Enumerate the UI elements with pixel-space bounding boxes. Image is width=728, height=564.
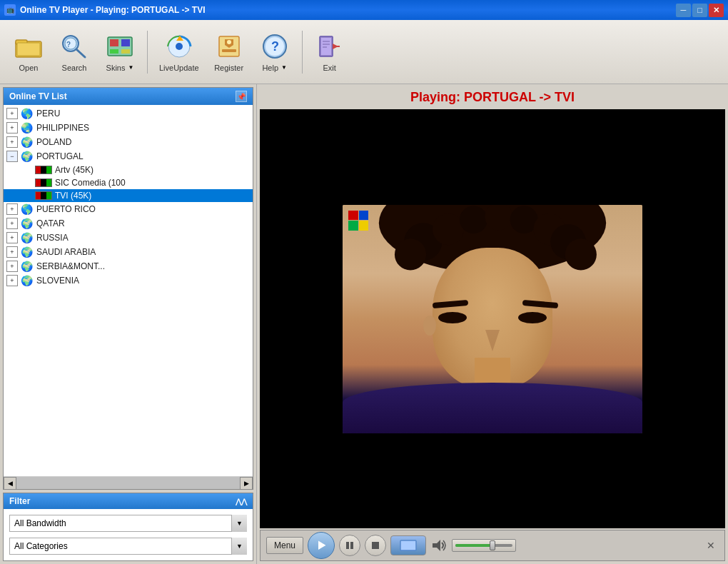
liveupdate-button[interactable]: LiveUpdate	[153, 26, 205, 78]
controls-bar: Menu	[260, 530, 725, 561]
category-filter[interactable]: All Categories News Entertainment Sports…	[9, 538, 247, 555]
minimize-button[interactable]: ─	[676, 4, 691, 17]
filter-header: Filter ⋀⋀	[4, 493, 253, 509]
maximize-button[interactable]: □	[692, 4, 707, 17]
svg-rect-9	[121, 39, 130, 46]
window-title: Online TV Player - Playing: PORTUGAL -> …	[20, 5, 676, 15]
volume-icon[interactable]	[430, 537, 448, 554]
list-item[interactable]: + 🌍 SERBIA&MONT...	[4, 259, 253, 273]
horizontal-scrollbar[interactable]: ◀ ▶	[4, 476, 253, 489]
list-item[interactable]: + 🌏 PHILIPPINES	[4, 121, 253, 135]
close-button[interactable]: ✕	[709, 4, 724, 17]
country-flag: 🌎	[19, 204, 34, 214]
category-filter-wrap: All Categories News Entertainment Sports…	[9, 538, 247, 555]
svg-rect-27	[334, 46, 340, 47]
folder-icon	[14, 32, 43, 61]
overlay-q4	[359, 221, 369, 231]
exit-icon	[315, 32, 344, 61]
svg-rect-43	[400, 540, 416, 550]
svg-marker-38	[318, 541, 325, 550]
stop-button[interactable]	[365, 535, 386, 556]
skins-button[interactable]: Skins ▼	[98, 26, 141, 78]
expand-icon[interactable]: +	[6, 232, 18, 243]
pin-button[interactable]: 📌	[236, 91, 247, 102]
country-name: PUERTO RICO	[36, 204, 96, 214]
search-button[interactable]: ? Search	[53, 26, 96, 78]
country-flag: 🌍	[19, 261, 34, 271]
country-flag: 🌍	[19, 218, 34, 228]
country-name: PHILIPPINES	[36, 123, 89, 133]
country-name: RUSSIA	[36, 233, 69, 243]
filter-collapse-button[interactable]: ⋀⋀	[236, 498, 247, 505]
list-item[interactable]: − 🌍 PORTUGAL	[4, 149, 253, 163]
expand-icon[interactable]: +	[6, 136, 18, 148]
list-item[interactable]: + 🌍 SLOVENIA	[4, 273, 253, 288]
bandwidth-filter[interactable]: All Bandwidth 28K 45K 100K 200K+	[9, 515, 247, 532]
help-button[interactable]: ? Help ▼	[253, 26, 296, 78]
register-button[interactable]: Register	[208, 26, 251, 78]
pause-button[interactable]	[339, 535, 360, 556]
expand-icon[interactable]: +	[6, 122, 18, 134]
filter-panel: Filter ⋀⋀ All Bandwidth 28K 45K 100K 200…	[3, 493, 253, 561]
volume-slider[interactable]	[452, 539, 516, 552]
svg-rect-25	[323, 46, 327, 48]
window-controls: ─ □ ✕	[676, 4, 724, 17]
overlay-q2	[359, 211, 369, 221]
title-bar: 📺 Online TV Player - Playing: PORTUGAL -…	[0, 0, 728, 20]
expand-icon[interactable]: +	[6, 275, 18, 286]
country-name: SERBIA&MONT...	[36, 261, 105, 271]
svg-marker-44	[433, 540, 440, 551]
left-panel: Online TV List 📌 + 🌎 PERU + 🌏 PHILIPPINE…	[0, 84, 257, 564]
list-item[interactable]: + 🌍 SAUDI ARABIA	[4, 245, 253, 259]
svg-rect-10	[110, 49, 118, 54]
fullscreen-button[interactable]	[390, 535, 426, 555]
video-frame	[343, 205, 642, 433]
now-playing-label: Playing: PORTUGAL -> TVI	[260, 87, 725, 109]
expand-icon[interactable]: +	[6, 246, 18, 258]
country-name: QATAR	[36, 218, 65, 228]
help-label: Help	[262, 64, 278, 72]
list-item[interactable]: + 🌎 PERU	[4, 106, 253, 121]
channel-name: TVI (45K)	[55, 191, 91, 201]
skins-label: Skins	[106, 64, 126, 72]
country-flag: 🌍	[19, 247, 34, 257]
country-flag: 🌍	[19, 151, 34, 161]
filter-title: Filter	[9, 496, 30, 506]
scroll-left-button[interactable]: ◀	[4, 477, 16, 490]
svg-point-37	[565, 238, 597, 270]
scroll-track[interactable]	[16, 477, 240, 489]
country-name: SLOVENIA	[36, 276, 79, 286]
channel-icon	[35, 178, 52, 187]
list-item[interactable]: TVI (45K)	[4, 189, 253, 202]
list-item[interactable]: + 🌎 PUERTO RICO	[4, 202, 253, 216]
list-item[interactable]: + 🌍 POLAND	[4, 135, 253, 149]
list-item[interactable]: SIC Comedia (100	[4, 176, 253, 189]
volume-thumb[interactable]	[490, 540, 495, 550]
expand-icon[interactable]: +	[6, 261, 18, 272]
play-button[interactable]	[308, 532, 335, 559]
open-button[interactable]: Open	[7, 26, 50, 78]
expand-icon[interactable]: −	[6, 151, 18, 162]
list-item[interactable]: + 🌍 QATAR	[4, 216, 253, 231]
exit-button[interactable]: Exit	[308, 26, 351, 78]
expand-icon[interactable]: +	[6, 203, 18, 215]
player-close-button[interactable]: ✕	[703, 538, 719, 553]
scroll-right-button[interactable]: ▶	[240, 477, 253, 490]
bandwidth-filter-wrap: All Bandwidth 28K 45K 100K 200K+ ▼	[9, 515, 247, 532]
overlay-q1	[348, 211, 358, 221]
country-name: SAUDI ARABIA	[36, 247, 96, 257]
country-flag: 🌍	[19, 233, 34, 243]
tv-list-content[interactable]: + 🌎 PERU + 🌏 PHILIPPINES + 🌍 POLAND	[4, 105, 253, 476]
menu-button[interactable]: Menu	[266, 537, 303, 554]
expand-icon[interactable]: +	[6, 108, 18, 119]
search-icon: ?	[60, 32, 89, 61]
open-label: Open	[19, 64, 39, 72]
expand-icon[interactable]: +	[6, 218, 18, 229]
tv-list-title: Online TV List	[9, 91, 67, 101]
svg-point-30	[433, 213, 464, 244]
channel-name: Artv (45K)	[55, 165, 93, 175]
svg-point-13	[176, 43, 183, 50]
list-item[interactable]: Artv (45K)	[4, 163, 253, 176]
country-flag: 🌍	[19, 276, 34, 286]
list-item[interactable]: + 🌍 RUSSIA	[4, 231, 253, 245]
